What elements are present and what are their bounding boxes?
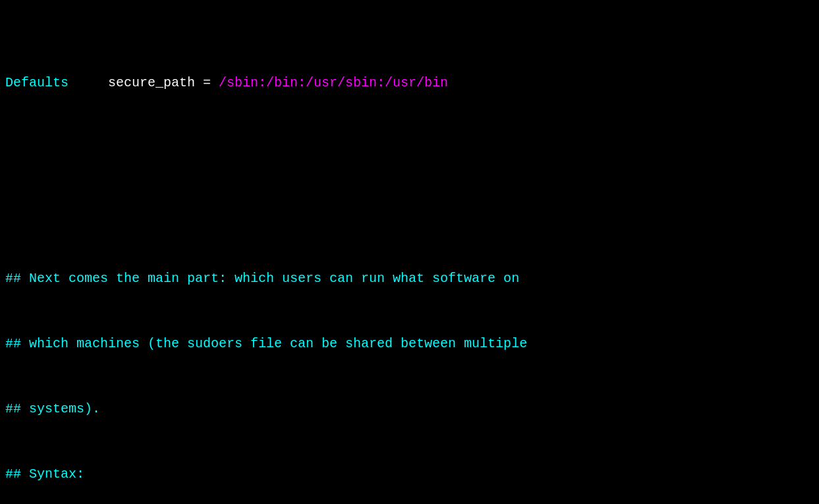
defaults-keyword: Defaults — [5, 75, 69, 90]
comment-main2: ## which machines (the sudoers file can … — [5, 333, 814, 354]
defaults-line: Defaults secure_path = /sbin:/bin:/usr/s… — [5, 72, 814, 94]
blank-line-1 — [5, 159, 814, 181]
comment-main1: ## Next comes the main part: which users… — [5, 267, 814, 289]
comment-main3: ## systems). — [5, 398, 814, 420]
secure-path-value: /sbin:/bin:/usr/sbin:/usr/bin — [219, 75, 448, 90]
terminal-output: Defaults secure_path = /sbin:/bin:/usr/s… — [5, 7, 814, 504]
comment-syntax: ## Syntax: — [5, 463, 814, 485]
